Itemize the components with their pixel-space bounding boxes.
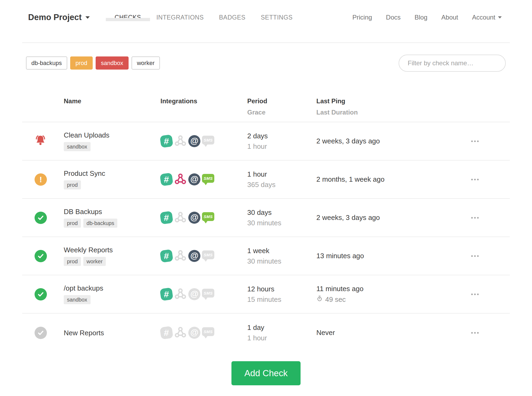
integration-icons: #@SMS — [160, 173, 239, 186]
sms-icon: SMS — [202, 327, 214, 336]
tab-integrations[interactable]: INTEGRATIONS — [156, 14, 204, 21]
bell-icon — [34, 134, 47, 148]
search-input[interactable] — [399, 55, 506, 72]
tag-chips: proddb-backups — [64, 219, 156, 228]
last-duration: 49 sec — [316, 295, 440, 304]
tab-badges[interactable]: BADGES — [219, 14, 246, 21]
tab-checks[interactable]: CHECKS — [115, 14, 141, 21]
integrations-cell: #@SMS — [156, 287, 239, 301]
slack-icon: # — [160, 173, 173, 186]
grace-value: 1 hour — [247, 334, 309, 342]
project-name: Demo Project — [28, 13, 82, 22]
account-menu[interactable]: Account — [472, 14, 502, 21]
status-cell — [22, 288, 50, 300]
table-row: New Reports#@SMS1 day1 hourNever — [22, 314, 510, 352]
actions-cell — [440, 290, 510, 299]
webhook-icon — [174, 173, 187, 186]
slack-icon: # — [160, 134, 173, 148]
tag-chip: prod — [64, 219, 81, 228]
tag-filter-worker[interactable]: worker — [132, 56, 160, 70]
integrations-column-header: Integrations — [156, 97, 239, 116]
tag-filter-sandbox[interactable]: sandbox — [96, 56, 129, 70]
status-cell — [22, 327, 50, 339]
row-menu-button[interactable] — [465, 328, 485, 337]
actions-cell — [440, 328, 510, 337]
status-cell — [22, 134, 50, 148]
link-pricing[interactable]: Pricing — [352, 14, 372, 21]
exclamation-icon: ! — [35, 173, 47, 186]
last-duration-header-label: Last Duration — [316, 109, 440, 116]
check-name[interactable]: /opt backups — [64, 284, 156, 292]
check-icon — [35, 212, 47, 224]
integration-icons: #@SMS — [160, 134, 239, 148]
check-name[interactable]: Weekly Reports — [64, 246, 156, 254]
row-menu-button[interactable] — [465, 175, 485, 184]
webhook-icon — [174, 287, 187, 301]
period-header-label: Period — [247, 97, 309, 105]
check-name[interactable]: New Reports — [64, 329, 156, 337]
period-cell: 1 day1 hour — [239, 323, 309, 342]
tag-chip: sandbox — [64, 295, 91, 304]
table-header: Name Integrations Period Grace Last Ping… — [22, 97, 510, 122]
tag-chips: prod — [64, 180, 156, 189]
status-cell: ! — [22, 173, 50, 186]
last-duration-value: 49 sec — [325, 295, 346, 304]
add-check-button[interactable]: Add Check — [231, 361, 300, 385]
sms-icon: SMS — [202, 250, 214, 259]
tag-chips: prodworker — [64, 257, 156, 266]
sms-icon: SMS — [202, 174, 214, 183]
period-value: 1 day — [247, 323, 309, 332]
page-container: Demo Project CHECKSINTEGRATIONSBADGESSET… — [22, 0, 510, 385]
grace-value: 365 days — [247, 181, 309, 189]
row-menu-button[interactable] — [465, 252, 485, 261]
last-ping-cell: 2 weeks, 3 days ago — [309, 214, 440, 222]
grace-value: 30 minutes — [247, 219, 309, 227]
integrations-cell: #@SMS — [156, 134, 239, 148]
integrations-cell: #@SMS — [156, 326, 239, 340]
slack-icon: # — [160, 249, 173, 263]
status-cell — [22, 212, 50, 224]
slack-icon: # — [160, 287, 173, 301]
integration-icons: #@SMS — [160, 287, 239, 301]
tag-filter-db-backups[interactable]: db-backups — [26, 56, 67, 70]
webhook-icon — [174, 134, 187, 148]
check-name[interactable]: Product Sync — [64, 169, 156, 177]
check-name[interactable]: DB Backups — [64, 208, 156, 216]
name-cell: New Reports — [50, 329, 156, 337]
row-menu-button[interactable] — [465, 290, 485, 299]
tag-chip: db-backups — [83, 219, 117, 228]
period-cell: 30 days30 minutes — [239, 208, 309, 227]
name-cell: /opt backupssandbox — [50, 284, 156, 304]
sms-icon: SMS — [202, 212, 214, 221]
last-ping-value: 2 weeks, 3 days ago — [316, 214, 440, 222]
table-row: Clean Uploadssandbox#@SMS2 days1 hour2 w… — [22, 122, 510, 161]
last-ping-cell: Never — [309, 329, 440, 337]
period-cell: 1 week30 minutes — [239, 247, 309, 265]
check-icon — [35, 250, 47, 262]
add-check-area: Add Check — [22, 361, 510, 385]
site-links: PricingDocsBlogAboutAccount — [338, 0, 510, 42]
grace-header-label: Grace — [247, 109, 309, 116]
tab-settings[interactable]: SETTINGS — [261, 14, 293, 21]
tag-chip: prod — [64, 180, 81, 189]
integration-icons: #@SMS — [160, 326, 239, 340]
link-about[interactable]: About — [441, 14, 458, 21]
email-icon: @ — [188, 212, 200, 224]
project-switcher[interactable]: Demo Project — [22, 0, 90, 42]
row-menu-button[interactable] — [465, 137, 485, 146]
period-value: 12 hours — [247, 285, 309, 293]
row-menu-button[interactable] — [465, 213, 485, 222]
slack-icon: # — [160, 211, 173, 224]
link-docs[interactable]: Docs — [386, 14, 401, 21]
last-ping-column-header: Last Ping Last Duration — [309, 97, 440, 116]
link-blog[interactable]: Blog — [415, 14, 428, 21]
integrations-cell: #@SMS — [156, 249, 239, 263]
last-ping-cell: 11 minutes ago49 sec — [309, 285, 440, 304]
period-value: 2 days — [247, 132, 309, 140]
tag-filter-buttons: db-backupsprodsandboxworker — [26, 56, 160, 70]
check-name[interactable]: Clean Uploads — [64, 131, 156, 139]
status-cell — [22, 250, 50, 262]
table-row: DB Backupsproddb-backups#@SMS30 days30 m… — [22, 199, 510, 237]
period-cell: 12 hours15 minutes — [239, 285, 309, 304]
tag-filter-prod[interactable]: prod — [70, 56, 93, 70]
